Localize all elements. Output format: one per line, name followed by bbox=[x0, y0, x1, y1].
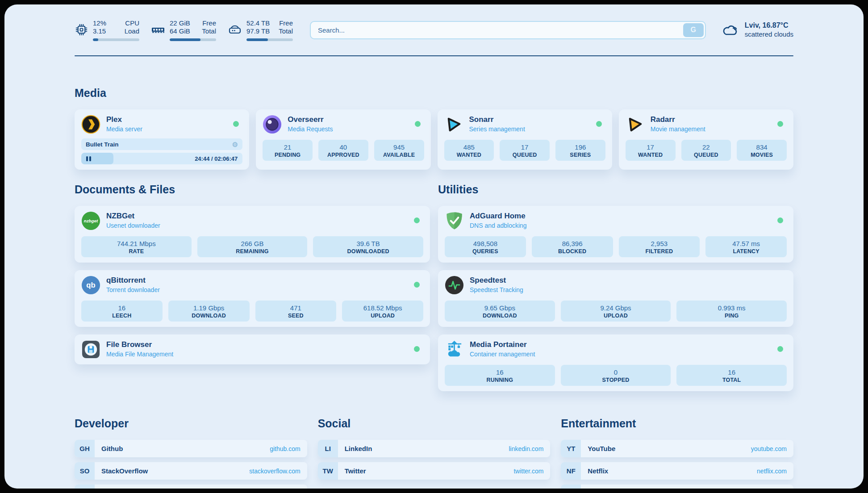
cpu-load-value: 3.15 bbox=[93, 27, 106, 35]
card-portainer[interactable]: Media Portainer Container management 16 … bbox=[438, 334, 793, 391]
link-row-netflix[interactable]: NF Netflix netflix.com bbox=[561, 462, 793, 480]
stat-value: 21 bbox=[264, 143, 311, 151]
cpu-icon bbox=[75, 23, 88, 37]
card-speedtest[interactable]: Speedtest Speedtest Tracking 9.65 Gbps D… bbox=[438, 270, 793, 327]
ram-free-value: 22 GiB bbox=[170, 19, 190, 27]
app-subtitle: Movie management bbox=[651, 125, 705, 134]
link-row-twitter[interactable]: TW Twitter twitter.com bbox=[318, 462, 551, 480]
status-dot bbox=[414, 346, 420, 352]
stat-label: PENDING bbox=[264, 152, 311, 158]
section-title-developer: Developer bbox=[75, 417, 307, 430]
link-url: github.com bbox=[270, 445, 300, 452]
stat-label: UPLOAD bbox=[344, 313, 421, 319]
stat-label: DOWNLOADED bbox=[315, 248, 421, 255]
app-title: NZBGet bbox=[106, 212, 160, 221]
disk-stat-widget: 52.4 TB 97.9 TB Free Total bbox=[228, 19, 293, 41]
link-url: youtube.com bbox=[751, 445, 787, 452]
stat-value: 16 bbox=[678, 368, 785, 376]
gear-icon[interactable]: ⚙ bbox=[232, 141, 238, 148]
stat-box: 471 SEED bbox=[255, 301, 337, 322]
card-adguard[interactable]: AdGuard Home DNS and adblocking 498,508 … bbox=[438, 206, 793, 263]
link-row-github[interactable]: GH Github github.com bbox=[75, 440, 307, 457]
stat-box: 9.24 Gbps UPLOAD bbox=[561, 301, 671, 322]
stat-label: QUERIES bbox=[447, 248, 524, 255]
stat-box: 485 WANTED bbox=[444, 140, 494, 161]
status-dot bbox=[415, 121, 421, 127]
status-dot bbox=[596, 121, 602, 127]
stat-label: SEED bbox=[257, 313, 335, 319]
stat-value: 16 bbox=[447, 368, 553, 376]
stat-box: 21 PENDING bbox=[263, 140, 313, 161]
disk-icon bbox=[228, 23, 242, 37]
stat-box: 0 STOPPED bbox=[561, 365, 671, 386]
cpu-load-label: Load bbox=[125, 27, 139, 35]
stat-value: 16 bbox=[83, 304, 161, 312]
stat-box: 17 QUEUED bbox=[500, 140, 550, 161]
search-input[interactable] bbox=[310, 21, 706, 39]
link-row-reddit[interactable]: RE Reddit reddit.com bbox=[561, 485, 793, 489]
stat-value: 17 bbox=[627, 143, 674, 151]
section-title-media: Media bbox=[75, 87, 793, 100]
stat-value: 9.24 Gbps bbox=[563, 304, 669, 312]
card-radarr[interactable]: Radarr Movie management 17 WANTED 22 QUE… bbox=[619, 109, 793, 170]
stat-value: 618.52 Mbps bbox=[344, 304, 421, 312]
topbar: 12% 3.15 CPU Load bbox=[75, 17, 793, 43]
stat-box: 618.52 Mbps UPLOAD bbox=[342, 301, 423, 322]
stat-label: UPLOAD bbox=[563, 313, 669, 319]
stat-box: 945 AVAILABLE bbox=[374, 140, 424, 161]
link-abbr-badge: NF bbox=[561, 462, 581, 480]
stat-value: 498,508 bbox=[447, 239, 524, 248]
card-sonarr[interactable]: Sonarr Series management 485 WANTED 17 Q… bbox=[438, 109, 612, 170]
stat-label: DOWNLOAD bbox=[447, 313, 553, 319]
link-row-linkedin[interactable]: LI LinkedIn linkedin.com bbox=[318, 440, 551, 457]
link-row-stackoverflow[interactable]: SO StackOverflow stackoverflow.com bbox=[75, 462, 307, 480]
cpu-usage-bar bbox=[93, 38, 139, 41]
link-abbr-badge: GH bbox=[75, 440, 95, 457]
card-qbittorrent[interactable]: qb qBittorrent Torrent downloader 16 LEE… bbox=[75, 270, 430, 327]
ram-stat-widget: 22 GiB 64 GiB Free Total bbox=[151, 19, 216, 41]
pause-icon bbox=[86, 156, 91, 161]
app-subtitle: DNS and adblocking bbox=[470, 221, 527, 230]
stat-box: 744.21 Mbps RATE bbox=[81, 236, 192, 257]
link-row-dev[interactable]: DT DEV dev.to bbox=[75, 485, 307, 489]
stat-box: 9.65 Gbps DOWNLOAD bbox=[445, 301, 555, 322]
disk-free-label: Free bbox=[279, 19, 293, 27]
link-name: Github bbox=[101, 445, 123, 452]
status-dot bbox=[777, 121, 783, 127]
search-engine-button[interactable]: G bbox=[683, 23, 704, 37]
stat-box: 40 APPROVED bbox=[318, 140, 368, 161]
link-url: stackoverflow.com bbox=[249, 468, 300, 475]
stat-label: QUEUED bbox=[501, 152, 548, 158]
stat-label: TOTAL bbox=[678, 377, 785, 383]
stat-box: 22 QUEUED bbox=[681, 140, 731, 161]
now-playing-title: Bullet Train bbox=[86, 141, 119, 148]
stat-label: QUEUED bbox=[683, 152, 730, 158]
app-title: qBittorrent bbox=[106, 276, 160, 285]
cpu-label: CPU bbox=[125, 19, 139, 27]
app-subtitle: Container management bbox=[470, 350, 535, 359]
social-section: Social LI LinkedIn linkedin.com TW Twitt… bbox=[318, 417, 551, 489]
stat-label: APPROVED bbox=[320, 152, 367, 158]
stat-value: 0 bbox=[563, 368, 669, 376]
link-row-youtube[interactable]: YT YouTube youtube.com bbox=[561, 440, 793, 457]
section-title-utilities: Utilities bbox=[438, 183, 793, 196]
stat-box: 1.19 Gbps DOWNLOAD bbox=[168, 301, 250, 322]
playback-time: 24:44 / 02:06:47 bbox=[195, 155, 238, 162]
stat-box: 86,396 BLOCKED bbox=[532, 236, 613, 257]
dashboard-page: 12% 3.15 CPU Load bbox=[4, 4, 864, 489]
card-plex[interactable]: Plex Media server Bullet Train ⚙ 24:44 /… bbox=[75, 109, 249, 170]
documents-column: Documents & Files nzbget NZBGet Usenet d… bbox=[75, 183, 430, 391]
link-url: twitter.com bbox=[513, 468, 543, 475]
stat-value: 945 bbox=[376, 143, 422, 151]
card-filebrowser[interactable]: File Browser Media File Management bbox=[75, 334, 430, 364]
stat-box: 16 RUNNING bbox=[445, 365, 555, 386]
link-abbr-badge: RE bbox=[561, 485, 581, 489]
link-abbr-badge: DT bbox=[75, 485, 95, 489]
card-overseerr[interactable]: Overseerr Media Requests 21 PENDING 40 A… bbox=[256, 109, 430, 170]
card-nzbget[interactable]: nzbget NZBGet Usenet downloader 744.21 M… bbox=[75, 206, 430, 263]
nzbget-icon: nzbget bbox=[81, 211, 100, 230]
app-title: AdGuard Home bbox=[470, 212, 527, 221]
playback-progress-bar[interactable]: 24:44 / 02:06:47 bbox=[81, 153, 242, 164]
stat-label: SERIES bbox=[557, 152, 604, 158]
header-divider bbox=[75, 55, 793, 56]
